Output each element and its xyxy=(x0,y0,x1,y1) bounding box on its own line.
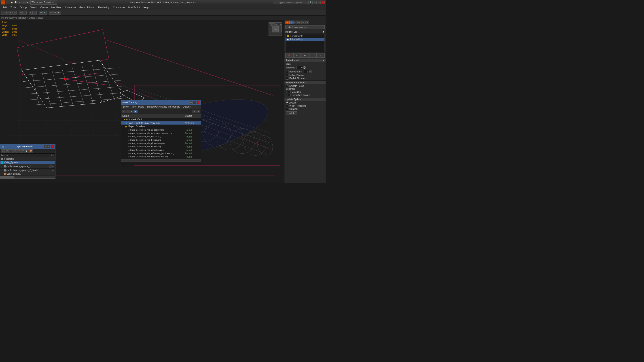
scale-icon[interactable]: ⊡ xyxy=(13,11,16,14)
menu-help[interactable]: Help xyxy=(142,6,150,9)
nav-cube[interactable]: TOP xyxy=(268,22,282,36)
asset-row-normal[interactable]: ◈Cake_Decoration_Kits_normal.png Found xyxy=(121,145,201,148)
asset-row-diffuse[interactable]: ◈Cake_Decoration_Kits_diffuse.png Found xyxy=(121,135,201,138)
asset-row-glossiness[interactable]: ◈Cake_Decoration_Kits_glossiness.png Fou… xyxy=(121,142,201,145)
render-icon[interactable]: ▶ xyxy=(26,1,30,4)
ts-iterations-input[interactable] xyxy=(296,66,303,69)
menu-customize[interactable]: Customize xyxy=(111,6,126,9)
layers-select-icon[interactable]: ↗ xyxy=(13,149,17,153)
asset-menu-server[interactable]: Server xyxy=(122,105,130,108)
asset-row-refraction-gloss[interactable]: ◈Cake_Decoration_Kits_refraction_glossin… xyxy=(121,152,201,155)
down-btn[interactable]: ▼ xyxy=(317,53,325,58)
save-icon[interactable]: 💾 xyxy=(14,1,18,4)
search-input[interactable]: Type a keyword or phrase xyxy=(273,1,308,4)
ts-always-radio[interactable] xyxy=(286,101,288,104)
workspace-dropdown[interactable]: Workspace: Default ▼ xyxy=(30,0,57,5)
angle-snap[interactable]: ∠ xyxy=(23,11,26,14)
asset-row-maxfile[interactable]: ■Cake_Spatula_max_vray.max Network xyxy=(121,122,201,125)
delete-modifier-btn[interactable]: 🗑 xyxy=(294,53,301,58)
asset-row-aniso-rot[interactable]: ◈Cake_Decoration_Kits_anisotropy_rotatio… xyxy=(121,132,201,135)
create-panel-icon[interactable]: + xyxy=(285,20,289,24)
ts-materials-checkbox[interactable] xyxy=(288,90,291,93)
menu-modifiers[interactable]: Modifiers xyxy=(50,6,63,9)
up-btn[interactable]: ▲ xyxy=(309,53,317,58)
ts-render-iters-up[interactable]: ▲ xyxy=(309,70,312,72)
modifier-editable-poly[interactable]: Editable Poly xyxy=(286,38,324,41)
menu-animation[interactable]: Animation xyxy=(63,6,78,9)
object-name-dropdown[interactable]: confectionery_spatula_2 ▼ xyxy=(285,25,325,29)
ts-render-iters-spinner[interactable]: ▲ ▼ xyxy=(303,70,312,73)
utilities-panel-icon[interactable]: 🔧 xyxy=(306,20,309,24)
asset-h-scrollbar[interactable] xyxy=(121,159,201,162)
rotate-icon[interactable]: ↻ xyxy=(9,11,12,14)
ts-iterations-down[interactable]: ▼ xyxy=(303,68,306,69)
display-panel-icon[interactable]: 👁 xyxy=(302,20,305,24)
snap-toggle[interactable]: ⊞ xyxy=(19,11,22,14)
asset-row-maps[interactable]: ▶Maps / Shaders xyxy=(121,125,201,128)
menu-edit[interactable]: Edit xyxy=(1,6,9,9)
move-icon[interactable]: ✛ xyxy=(5,11,8,14)
asset-menu-file[interactable]: File xyxy=(131,105,136,108)
search-btn[interactable]: 🔍 xyxy=(309,1,312,4)
open-icon[interactable]: 📁 xyxy=(10,1,14,4)
layers-hide-icon[interactable]: 👁 xyxy=(21,149,25,153)
asset-maximize-btn[interactable]: □ xyxy=(193,101,196,104)
asset-minimize-btn[interactable]: ─ xyxy=(190,101,192,104)
ts-update-btn[interactable]: Update xyxy=(286,111,297,115)
asset-help-icon[interactable]: ? xyxy=(192,110,196,113)
layers-minimize-btn[interactable]: ─ xyxy=(47,145,50,148)
ts-render-iters-checkbox[interactable] xyxy=(286,70,288,73)
new-icon[interactable]: □ xyxy=(6,1,10,4)
ts-iterations-up[interactable]: ▲ xyxy=(303,66,306,68)
layer-row-cake-obj[interactable]: Cake_Spatula — xyxy=(0,172,55,176)
modifier-turbosmooth[interactable]: TurboSmooth xyxy=(286,34,324,38)
layers-freeze-icon[interactable]: ❄ xyxy=(17,149,21,153)
layers-color-icon[interactable]: 🎨 xyxy=(29,149,33,153)
layer-manager-icon[interactable]: ▤ xyxy=(39,11,43,14)
layers-help-btn[interactable]: ? xyxy=(44,145,47,148)
ts-smooth-result-checkbox[interactable] xyxy=(286,84,288,87)
ts-render-iters-down[interactable]: ▼ xyxy=(309,72,312,73)
menu-group[interactable]: Group xyxy=(18,6,28,9)
menu-maxscript[interactable]: MAXScript xyxy=(126,6,142,9)
layer-row-cake-spatula[interactable]: Cake_Spatula xyxy=(0,161,55,164)
layers-render-icon[interactable]: ▶ xyxy=(25,149,29,153)
layers-h-scrollbar[interactable] xyxy=(0,176,55,178)
undo-icon[interactable]: ↩ xyxy=(18,1,22,4)
layers-add-layer-icon[interactable]: ⊕ xyxy=(1,149,5,153)
asset-filter-input[interactable] xyxy=(121,162,201,165)
minimize-btn[interactable]: ─ xyxy=(313,1,317,4)
pin-stack-btn[interactable]: 📌 xyxy=(285,53,293,58)
ts-render-iters-input[interactable] xyxy=(303,70,309,73)
menu-graph-editors[interactable]: Graph Editors xyxy=(78,6,96,9)
layer-row-confect-handle[interactable]: confectionery_spatula_2_handle — xyxy=(0,168,55,172)
render-setup-icon[interactable]: ⚙ xyxy=(53,11,57,14)
asset-highlight-icon[interactable]: ■ xyxy=(134,110,138,113)
layers-close-btn[interactable]: ✕ xyxy=(51,145,54,148)
menu-rendering[interactable]: Rendering xyxy=(96,6,111,9)
motion-panel-icon[interactable]: ◎ xyxy=(298,20,301,24)
ts-iterations-spinner[interactable]: ▲ ▼ xyxy=(296,66,306,69)
ts-smoothing-groups-checkbox[interactable] xyxy=(288,94,291,96)
asset-row-fresnel[interactable]: ◈Cake_Decoration_Kits_fresnel.png Found xyxy=(121,138,201,142)
layers-delete-layer-icon[interactable]: ✕ xyxy=(5,149,9,153)
ts-manually-radio[interactable] xyxy=(286,108,288,110)
asset-row-refraction[interactable]: ◈Cake_Decoration_Kits_refraction.png Fou… xyxy=(121,148,201,152)
configure-btn[interactable]: ⚙ xyxy=(301,53,309,58)
asset-close-btn[interactable]: ✕ xyxy=(196,101,200,104)
maximize-btn[interactable]: □ xyxy=(317,1,321,4)
layer-row-confect-2[interactable]: confectionery_spatula_2 □ — xyxy=(0,164,55,168)
close-btn[interactable]: ✕ xyxy=(321,1,325,4)
ts-isoline-checkbox[interactable] xyxy=(286,74,288,76)
asset-list-view-icon[interactable]: ☰ xyxy=(126,110,130,113)
asset-menu-paths[interactable]: Paths xyxy=(138,105,145,108)
modifier-list-dropdown-icon[interactable]: ▼ xyxy=(322,30,325,33)
menu-tools[interactable]: Tools xyxy=(9,6,18,9)
layer-row-confect-2-vis-icon[interactable]: □ xyxy=(49,165,52,168)
asset-tree-view-icon[interactable]: ⊞ xyxy=(130,110,134,113)
asset-row-vault[interactable]: ▶Autodesk Vault xyxy=(121,118,201,122)
mirror-icon[interactable]: ⫸ xyxy=(29,11,33,14)
menu-views[interactable]: Views xyxy=(28,6,38,9)
asset-refresh-icon[interactable]: ↻ xyxy=(122,110,126,113)
render-btn[interactable]: ▶ xyxy=(57,11,61,14)
